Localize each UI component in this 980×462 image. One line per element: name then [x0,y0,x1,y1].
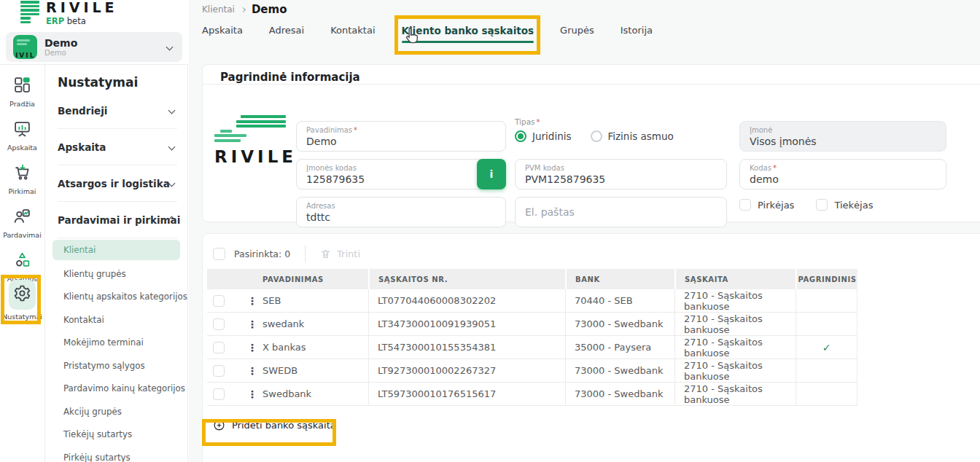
kebab-icon[interactable]: ⋮ [247,296,257,306]
select-all-checkbox[interactable] [213,248,225,260]
sidebar-sub-items: Klientai Klientų grupės Klientų apskaito… [58,240,187,462]
row-checkbox[interactable] [213,295,225,307]
sidebar-group-apskaita[interactable]: Apskaita [58,129,177,165]
pavadinimas-value: Demo [306,135,496,148]
sidebar-item-klientai[interactable]: Klientai [52,240,180,260]
workspace-selector[interactable]: IVIL Demo Demo [6,32,182,62]
sidebar-item-klientu-grupes[interactable]: Klientų grupės [58,262,187,286]
kebab-icon[interactable]: ⋮ [247,342,257,353]
imones-kodas-field[interactable]: Įmonės kodas 125879635 i [296,159,506,189]
sidebar-item-mokejimo-terminai[interactable]: Mokėjimo terminai [58,332,187,355]
brand-name: RIVILE [46,0,118,15]
kebab-icon[interactable]: ⋮ [247,366,257,376]
pavadinimas-field[interactable]: Pavadinimas* Demo [296,121,506,152]
tiekejas-checkbox[interactable]: Tiekėjas [816,199,873,211]
tab-adresai[interactable]: Adresai [269,25,304,36]
main-account-check-icon: ✓ [822,342,831,353]
bank-accounts-table: PAVADINIMAS SĄSKAITOS NR. BANK SĄSKAITA … [207,269,858,406]
table-toolbar: Pasirinkta: 0 Trinti [203,234,980,263]
sidebar-title: Nustatymai [58,75,187,90]
radio-juridinis[interactable]: Juridinis [515,130,572,142]
required-asterisk: * [537,118,540,126]
required-asterisk: * [773,164,777,172]
panel-title: Pagrindinė informacija [203,65,980,85]
table-row: ⋮ swedank LT347300010091939051 73000 - S… [207,313,858,336]
trash-icon [320,248,331,259]
sidebar-item-kontaktai[interactable]: Kontaktai [58,308,187,332]
shapes-icon [13,251,31,272]
sidebar-item-pardavimo-kainu-kategorijos[interactable]: Pardavimo kainų kategorijos [58,377,187,401]
client-form: RIVILE Pavadinimas* Demo Įmonės kodas 12… [203,85,980,222]
client-role-flags: Pirkėjas Tiekėjas [739,199,873,211]
tab-istorija[interactable]: Istorija [621,25,653,36]
row-checkbox[interactable] [213,365,225,377]
add-bank-account-button[interactable]: Pridėti banko sąskaitą [213,419,336,431]
col-saskaitos-nr: SĄSKAITOS NR. [368,269,565,289]
rivile-logo-bars-icon [20,0,39,23]
sidebar-item-tiekeju-sutartys[interactable]: Tiekėjų sutartys [58,423,187,447]
imone-value: Visos įmonės [750,135,936,148]
brand-stage: beta [67,16,86,26]
checkbox-icon [816,199,828,211]
workspace-avatar: IVIL [13,35,37,59]
dashboard-icon [13,76,31,97]
table-row: ⋮ Swedbank LT597300010176515617 73000 - … [207,383,858,406]
el-pastas-placeholder: El. paštas [525,205,575,219]
sidebar-group-atsargos-ir-logistika[interactable]: Atsargos ir logistika [58,165,177,202]
sidebar-group-pardavimai-ir-pirkimai[interactable]: Pardavimai ir pirkimai [58,202,177,238]
rail-item-pirkimai[interactable]: Pirkimai [0,163,44,195]
pvm-kodas-value: PVM125879635 [525,173,717,186]
sidebar-item-akciju-grupes[interactable]: Akcijų grupės [58,400,187,423]
info-icon[interactable]: i [477,159,506,189]
tab-kliento-banko-saskaitos[interactable]: Kliento banko sąskaitos [402,25,534,36]
chart-board-icon [13,120,31,141]
tab-kontaktai[interactable]: Kontaktai [330,25,375,36]
adresas-field[interactable]: Adresas tdttc [296,197,506,227]
sidebar-group-bendrieji[interactable]: Bendrieji [58,93,177,129]
main-info-panel: Pagrindinė informacija RIVILE Pavadinima… [202,64,980,222]
workspace-company: Demo [44,49,167,58]
row-checkbox[interactable] [213,342,225,353]
required-asterisk: * [354,126,357,134]
rail-item-nustatymai[interactable]: Nustatymai [0,280,44,321]
gear-icon [9,280,36,310]
tab-apskaita[interactable]: Apskaita [202,25,243,36]
row-checkbox[interactable] [213,388,225,400]
el-pastas-field[interactable]: El. paštas [515,197,727,227]
chevron-down-icon [166,44,174,51]
workspace-avatar-text: IVIL [15,52,35,59]
col-bank: BANK [565,269,674,289]
nav-rail: Pradžia Apskaita Pirkimai Pardavimai Ats… [0,64,45,462]
kebab-icon[interactable]: ⋮ [247,389,257,399]
rivile-logo: RIVILE ERP beta [20,0,118,26]
rail-item-pradzia[interactable]: Pradžia [0,76,44,108]
sidebar-item-pirkeju-sutartys[interactable]: Pirkėjų sutartys [58,446,187,462]
table-row: ⋮ SWEDB LT927300010002267327 73000 - Swe… [207,359,858,383]
tab-grupes[interactable]: Grupės [560,25,594,36]
sidebar-item-pristatymo-salygos[interactable]: Pristatymo sąlygos [58,354,187,377]
client-logo-bars-icon [214,115,291,142]
row-checkbox[interactable] [213,318,225,330]
checkbox-icon [739,199,751,211]
imones-kodas-value: 125879635 [306,173,496,186]
breadcrumb-current: Demo [252,3,287,16]
settings-sidebar: Nustatymai Bendrieji Apskaita Atsargos i… [45,64,188,462]
pvm-kodas-field[interactable]: PVM kodas PVM125879635 [515,159,727,189]
pirkejas-checkbox[interactable]: Pirkėjas [739,199,794,211]
breadcrumb-parent-link[interactable]: Klientai [202,4,235,15]
selected-count: Pasirinkta: 0 [234,248,290,259]
rail-item-apskaita[interactable]: Apskaita [0,120,44,152]
kodas-value: demo [750,173,936,186]
rail-item-pardavimai[interactable]: Pardavimai [0,207,44,239]
rail-item-atsargos[interactable]: Atsargos [0,251,44,283]
adresas-value: tdttc [306,211,496,224]
sales-person-icon [13,207,31,228]
sidebar-item-klientu-apskaitos-kategorijos[interactable]: Klientų apskaitos kategorijos [58,286,187,309]
delete-button[interactable]: Trinti [320,248,360,259]
radio-fizinis-asmuo[interactable]: Fizinis asmuo [591,130,674,142]
kebab-icon[interactable]: ⋮ [247,319,257,329]
toolbar-divider [305,246,306,263]
breadcrumb: Klientai Demo [202,3,287,16]
kodas-field[interactable]: Kodas* demo [739,159,946,189]
app-root: RIVILE ERP beta IVIL Demo Demo Pradžia A… [0,0,980,462]
